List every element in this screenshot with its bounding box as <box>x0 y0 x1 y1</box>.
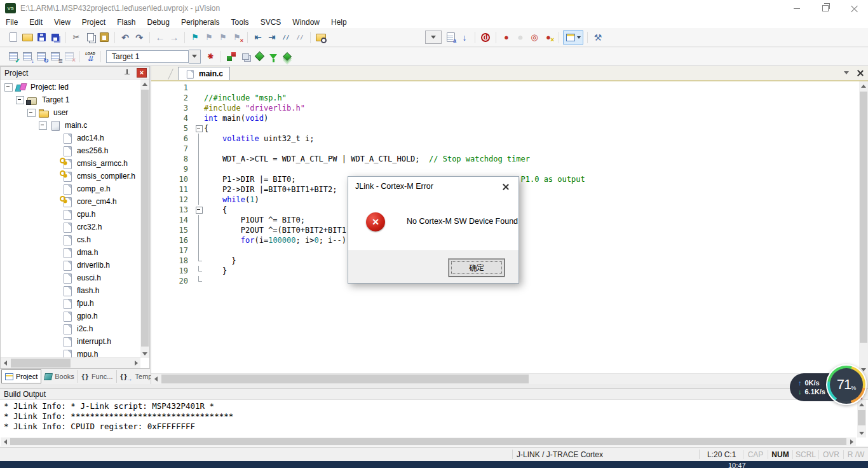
ok-button[interactable]: 确定 <box>449 259 505 277</box>
find-in-files-icon[interactable] <box>315 31 327 44</box>
software-packs-icon[interactable] <box>281 50 294 63</box>
navigate-forward-icon[interactable] <box>168 31 180 44</box>
minimize-button[interactable] <box>782 0 811 17</box>
build-icon[interactable] <box>21 50 34 63</box>
code-line[interactable]: 8 WDT_A->CTL = WDT_A_CTL_PW | WDT_A_CTL_… <box>151 154 859 164</box>
navigate-back-icon[interactable] <box>154 31 166 44</box>
filter-project-items-icon[interactable] <box>267 50 280 63</box>
fold-margin[interactable] <box>194 184 204 195</box>
tree-item[interactable]: main.c <box>1 119 140 132</box>
breakpoint-disable-icon[interactable] <box>514 31 527 44</box>
pin-icon[interactable] <box>124 69 130 76</box>
bookmark-prev-icon[interactable] <box>217 31 229 44</box>
tree-expander[interactable] <box>4 83 13 92</box>
windows-list-button[interactable] <box>563 30 583 45</box>
tree-item[interactable]: cmsis_compiler.h <box>1 170 140 182</box>
bookmark-clear-icon[interactable] <box>231 31 243 44</box>
fold-margin[interactable] <box>194 134 204 144</box>
batch-build-icon[interactable] <box>49 50 62 63</box>
scroll-left-arrow[interactable] <box>1 359 10 368</box>
fold-margin[interactable] <box>194 103 204 113</box>
menu-item[interactable]: Debug <box>142 18 175 27</box>
scroll-left-arrow[interactable] <box>151 375 160 383</box>
scrollbar-thumb[interactable] <box>10 438 846 445</box>
tree-expander[interactable] <box>27 109 36 117</box>
tree-item[interactable]: gpio.h <box>1 310 140 322</box>
fold-margin[interactable] <box>194 266 204 276</box>
code-line[interactable]: 1 <box>151 83 859 93</box>
scroll-right-arrow[interactable] <box>132 359 140 368</box>
redo-icon[interactable] <box>133 31 146 44</box>
scrollbar-thumb[interactable] <box>858 410 865 425</box>
code-line[interactable]: 6 volatile uint32_t i; <box>151 134 859 144</box>
find-in-document-icon[interactable] <box>444 31 457 44</box>
tree-item[interactable]: Project: led <box>1 81 140 93</box>
rebuild-icon[interactable] <box>35 50 48 63</box>
translate-icon[interactable] <box>7 50 20 63</box>
fold-margin[interactable] <box>194 245 204 256</box>
panel-tab-books[interactable]: Books <box>41 370 78 383</box>
target-options-icon[interactable] <box>204 50 217 63</box>
project-panel-close-button[interactable] <box>137 68 147 78</box>
tab-list-dropdown-icon[interactable] <box>844 71 849 74</box>
tree-item[interactable]: interrupt.h <box>1 335 140 348</box>
code-line[interactable]: 3 #include "driverlib.h" <box>151 103 859 113</box>
scrollbar-thumb[interactable] <box>161 375 529 383</box>
bookmark-icon[interactable] <box>189 31 201 44</box>
scroll-down-arrow[interactable] <box>857 429 866 437</box>
target-select[interactable]: Target 1 <box>106 50 189 63</box>
tab-main-c[interactable]: main.c <box>178 67 230 80</box>
fold-margin[interactable] <box>194 123 204 134</box>
menu-item[interactable]: Peripherals <box>175 18 226 27</box>
tree-item[interactable]: cpu.h <box>1 208 140 221</box>
fold-margin[interactable] <box>194 276 204 286</box>
fold-margin[interactable] <box>194 225 204 235</box>
tree-item[interactable]: mpu.h <box>1 348 140 358</box>
breakpoint-disable-all-icon[interactable] <box>528 31 541 44</box>
dialog-close-button[interactable] <box>492 177 519 195</box>
breakpoint-kill-all-icon[interactable] <box>542 31 555 44</box>
tree-expander[interactable] <box>16 96 24 104</box>
code-line[interactable]: 4 int main(void) <box>151 113 859 123</box>
start-debug-icon[interactable] <box>479 31 492 44</box>
tree-item[interactable]: i2c.h <box>1 322 140 335</box>
scrollbar-thumb[interactable] <box>860 92 867 343</box>
save-icon[interactable] <box>35 31 48 44</box>
manage-components-icon[interactable] <box>225 50 238 63</box>
fold-margin[interactable] <box>194 144 204 154</box>
find-dropdown[interactable] <box>425 31 442 44</box>
scroll-down-arrow[interactable] <box>140 349 149 358</box>
tree-item[interactable]: Target 1 <box>1 93 140 106</box>
copy-icon[interactable] <box>84 31 97 44</box>
code-line[interactable]: 7 <box>151 144 859 154</box>
fold-margin[interactable] <box>194 195 204 205</box>
fold-margin[interactable] <box>194 83 204 93</box>
scroll-up-arrow[interactable] <box>859 81 868 90</box>
tree-item[interactable]: crc32.h <box>1 221 140 233</box>
indent-icon[interactable] <box>266 31 278 44</box>
tree-item[interactable]: comp_e.h <box>1 182 140 195</box>
tree-item[interactable]: driverlib.h <box>1 259 140 272</box>
manage-rte-icon[interactable] <box>253 50 266 63</box>
tree-expander[interactable] <box>39 121 47 130</box>
bookmark-next-icon[interactable] <box>203 31 215 44</box>
tree-item[interactable]: cs.h <box>1 233 140 246</box>
restore-button[interactable] <box>811 0 839 17</box>
comment-icon[interactable] <box>280 31 292 44</box>
menu-item[interactable]: File <box>0 18 24 27</box>
close-button[interactable] <box>839 0 868 17</box>
target-dropdown-button[interactable] <box>189 50 201 64</box>
tree-item[interactable]: core_cm4.h <box>1 195 140 208</box>
undo-icon[interactable] <box>119 31 132 44</box>
tree-item[interactable]: dma.h <box>1 246 140 259</box>
fold-margin[interactable] <box>194 174 204 184</box>
fold-margin[interactable] <box>194 113 204 123</box>
menu-item[interactable]: Flash <box>111 18 141 27</box>
menu-item[interactable]: Help <box>325 18 353 27</box>
fold-margin[interactable] <box>194 205 204 215</box>
open-file-icon[interactable] <box>21 31 34 44</box>
windows-taskbar[interactable]: 10:47 <box>0 461 868 468</box>
scrollbar-thumb[interactable] <box>11 359 71 368</box>
scroll-left-arrow[interactable] <box>1 437 10 446</box>
tree-item[interactable]: fpu.h <box>1 297 140 310</box>
